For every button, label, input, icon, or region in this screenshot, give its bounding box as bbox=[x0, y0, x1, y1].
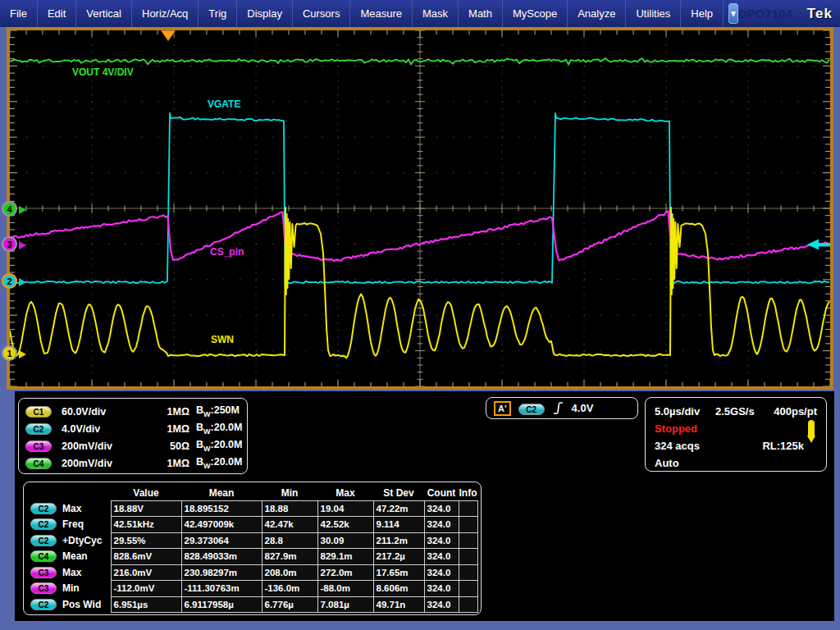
trigger-level-marker[interactable] bbox=[807, 240, 819, 250]
measurement-cell-info bbox=[459, 596, 477, 613]
measurement-label: C2Max bbox=[29, 500, 111, 517]
menu-file[interactable]: File bbox=[0, 0, 38, 27]
measurement-name: Max bbox=[62, 503, 81, 514]
menu-horiz-acq[interactable]: Horiz/Acq bbox=[132, 0, 199, 27]
measurement-name: Mean bbox=[62, 550, 88, 562]
measurement-cell-mean: 42.497009k bbox=[181, 517, 262, 533]
menu-display[interactable]: Display bbox=[237, 0, 293, 27]
channel-badge-c4: C4 bbox=[30, 550, 57, 562]
measurement-cell-mean: 18.895152 bbox=[181, 500, 262, 517]
measurement-cell-max: 829.1m bbox=[317, 549, 373, 565]
channel-bandwidth: BW:250M bbox=[196, 404, 240, 418]
menu-cursors[interactable]: Cursors bbox=[293, 0, 351, 27]
measurement-row: C2Freq42.51kHz42.497009k42.47k42.52k9.11… bbox=[29, 517, 477, 533]
channel-ref-marker-3[interactable]: 3 bbox=[2, 236, 17, 252]
menu-edit[interactable]: Edit bbox=[38, 0, 76, 27]
measurement-cell-mean: 828.49033m bbox=[181, 549, 262, 565]
menu-measure[interactable]: Measure bbox=[350, 0, 413, 27]
channel-badge-c4: C4 bbox=[25, 458, 52, 469]
measurement-header-blank bbox=[29, 486, 111, 500]
channel-readout-c2[interactable]: C24.0V/div1MΩBW:20.0M bbox=[25, 420, 239, 437]
channel-scale: 200mV/div bbox=[62, 441, 153, 452]
trigger-readout-panel[interactable]: A' C2 4.0V bbox=[486, 397, 638, 419]
measurement-cell-st-dev: 17.65m bbox=[373, 564, 424, 581]
measurement-cell-info bbox=[459, 564, 477, 581]
menu-help[interactable]: Help bbox=[681, 0, 724, 27]
measurement-cell-value: 828.6mV bbox=[111, 549, 181, 565]
channel-bandwidth: BW:20.0M bbox=[196, 439, 242, 453]
measurement-cell-min: 827.9m bbox=[262, 549, 317, 565]
menu-math[interactable]: Math bbox=[459, 0, 503, 27]
measurement-cell-value: 6.951µs bbox=[111, 596, 181, 613]
measurement-label: C2+DtyCyc bbox=[29, 532, 111, 549]
measurement-cell-st-dev: 8.606m bbox=[373, 581, 424, 597]
channel-readout-panel[interactable]: C160.0V/div1MΩBW:250MC24.0V/div1MΩBW:20.… bbox=[18, 398, 248, 474]
menu-trig[interactable]: Trig bbox=[199, 0, 237, 27]
channel-readout-c4[interactable]: C4200mV/div1MΩBW:20.0M bbox=[25, 454, 239, 472]
menu-myscope[interactable]: MyScope bbox=[503, 0, 568, 27]
measurement-cell-info bbox=[459, 532, 477, 549]
measurement-row: C3Max216.0mV230.98297m208.0m272.0m17.65m… bbox=[29, 564, 477, 581]
model-number-text: DPO7104 bbox=[738, 7, 792, 21]
measurement-cell-min: -136.0m bbox=[262, 581, 317, 597]
menu-overflow-dropdown-button[interactable]: ▼ bbox=[728, 3, 738, 24]
trigger-a-badge: A' bbox=[494, 401, 511, 416]
label-cs-pin: CS_pin bbox=[210, 246, 244, 258]
measurement-cell-st-dev: 211.2m bbox=[373, 532, 424, 549]
channel-impedance: 1MΩ bbox=[153, 458, 196, 469]
measurement-header-value: Value bbox=[111, 486, 181, 500]
trigger-position-marker[interactable] bbox=[161, 30, 176, 41]
measurement-cell-st-dev: 47.22m bbox=[373, 500, 424, 517]
channel-badge-c3: C3 bbox=[25, 441, 52, 452]
horizontal-readout-panel[interactable]: 5.0µs/div 2.5GS/s 400ps/pt Stopped 324 a… bbox=[645, 397, 827, 472]
measurement-cell-st-dev: 9.114 bbox=[373, 517, 424, 533]
waveform-display[interactable]: VOUT 4V/DIV VGATE CS_pin SWN bbox=[10, 30, 830, 386]
measurement-cell-min: 6.776µ bbox=[262, 596, 317, 613]
measurement-cell-max: 7.081µ bbox=[317, 596, 373, 613]
channel-ref-marker-4[interactable]: 4 bbox=[2, 201, 17, 217]
measurement-header-mean: Mean bbox=[181, 486, 262, 500]
measurement-header-info: Info bbox=[459, 486, 477, 500]
channel-badge-c2: C2 bbox=[25, 423, 52, 435]
measurement-name: Pos Wid bbox=[62, 599, 101, 610]
measurement-cell-max: -88.0m bbox=[317, 581, 373, 597]
sample-rate: 2.5GS/s bbox=[715, 405, 774, 418]
channel-badge-c1: C1 bbox=[25, 406, 52, 418]
acquisition-status: Stopped bbox=[655, 422, 817, 435]
channel-ref-marker-2[interactable]: 2 bbox=[2, 273, 17, 289]
temperature-icon bbox=[808, 420, 815, 438]
measurement-cell-info bbox=[459, 517, 477, 533]
rising-edge-icon bbox=[552, 400, 564, 416]
measurement-cell-min: 208.0m bbox=[262, 564, 317, 581]
label-vout: VOUT 4V/DIV bbox=[72, 66, 134, 78]
channel-badge-c2: C2 bbox=[30, 503, 57, 514]
measurement-label: C3Max bbox=[29, 564, 111, 581]
measurement-label: C4Mean bbox=[29, 549, 111, 565]
measurement-cell-min: 42.47k bbox=[262, 517, 317, 533]
channel-badge-c2: C2 bbox=[30, 535, 57, 546]
menu-mask[interactable]: Mask bbox=[413, 0, 459, 27]
channel-readout-c3[interactable]: C3200mV/div50ΩBW:20.0M bbox=[25, 437, 239, 454]
measurement-cell-mean: -111.30763m bbox=[181, 581, 262, 597]
graticule-frame: VOUT 4V/DIV VGATE CS_pin SWN bbox=[7, 27, 833, 390]
menu-vertical[interactable]: Vertical bbox=[76, 0, 132, 27]
measurement-cell-info bbox=[459, 500, 477, 517]
channel-impedance: 1MΩ bbox=[153, 406, 196, 418]
channel-impedance: 1MΩ bbox=[153, 423, 196, 435]
measurement-cell-value: 216.0mV bbox=[111, 564, 181, 581]
menu-utilities[interactable]: Utilities bbox=[626, 0, 681, 27]
measurement-panel: ValueMeanMinMaxSt DevCountInfoC2Max18.88… bbox=[23, 482, 482, 615]
measurement-row: C2+DtyCyc29.55%29.37306428.830.09211.2m3… bbox=[29, 532, 477, 549]
measurement-cell-min: 28.8 bbox=[262, 532, 317, 549]
acquisition-count: 324 acqs bbox=[655, 440, 700, 452]
measurement-name: Min bbox=[62, 582, 80, 594]
measurement-row: C4Mean828.6mV828.49033m827.9m829.1m217.2… bbox=[29, 549, 477, 565]
measurement-cell-max: 272.0m bbox=[317, 564, 373, 581]
menu-analyze[interactable]: Analyze bbox=[568, 0, 626, 27]
channel-readout-c1[interactable]: C160.0V/div1MΩBW:250M bbox=[25, 403, 239, 420]
chevron-down-icon: ▼ bbox=[729, 9, 737, 18]
measurement-cell-value: 18.88V bbox=[111, 500, 181, 517]
channel-ref-arrow-icon bbox=[19, 278, 26, 286]
record-length: RL:125k bbox=[700, 440, 817, 452]
channel-ref-marker-1[interactable]: 1 bbox=[2, 345, 17, 361]
